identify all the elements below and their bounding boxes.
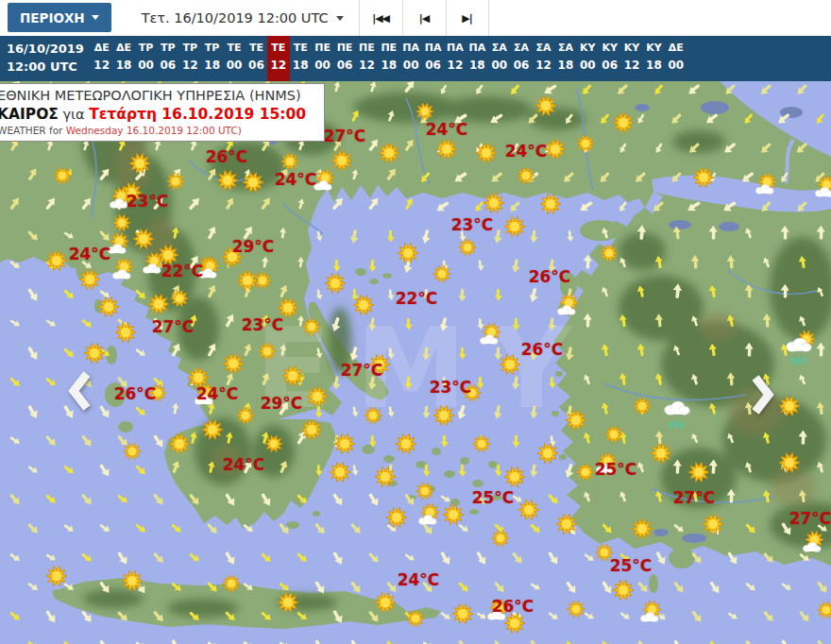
- datetime-dropdown-button[interactable]: Τετ. 16/10/2019 12:00 UTC: [127, 0, 359, 36]
- timeline-step[interactable]: ΤΕ18: [290, 36, 312, 81]
- temperature-labels: 27°C24°C24°C26°C24°C23°C23°C24°C29°C22°C…: [0, 81, 831, 644]
- timeline-step[interactable]: ΠΑ18: [466, 36, 488, 81]
- temperature-label: 24°C: [69, 245, 111, 263]
- datetime-label: Τετ. 16/10/2019 12:00 UTC: [142, 10, 329, 25]
- caret-down-icon: [336, 16, 344, 21]
- timeline-step[interactable]: ΤΕ12: [267, 36, 289, 81]
- timeline-step[interactable]: ΔΕ18: [112, 36, 134, 81]
- toolbar: ΠΕΡΙΟΧΗ Τετ. 16/10/2019 12:00 UTC |◀◀ |◀…: [0, 0, 831, 36]
- temperature-label: 25°C: [472, 488, 515, 507]
- timeline-step[interactable]: ΠΕ00: [312, 36, 333, 81]
- weather-app: ΠΕΡΙΟΧΗ Τετ. 16/10/2019 12:00 UTC |◀◀ |◀…: [0, 0, 831, 644]
- temperature-label: 24°C: [505, 142, 548, 161]
- timeline-step[interactable]: ΤΡ00: [135, 36, 157, 81]
- timeline-step[interactable]: ΠΑ12: [444, 36, 466, 81]
- pan-right-button[interactable]: [748, 374, 776, 419]
- timeline-step[interactable]: ΔΕ00: [665, 36, 687, 81]
- skip-to-start-icon: |◀◀: [372, 12, 389, 25]
- timeline-time: 12:00 UTC: [7, 58, 91, 76]
- temperature-label: 27°C: [789, 509, 831, 528]
- pan-left-button[interactable]: [66, 370, 94, 415]
- timeline-step[interactable]: ΠΑ06: [422, 36, 444, 81]
- temperature-label: 26°C: [529, 267, 571, 286]
- timeline-step[interactable]: ΔΕ12: [91, 36, 112, 81]
- temperature-label: 23°C: [451, 215, 494, 234]
- region-dropdown-button[interactable]: ΠΕΡΙΟΧΗ: [8, 3, 111, 32]
- caret-down-icon: [92, 15, 99, 20]
- timeline-step[interactable]: ΠΕ12: [356, 36, 378, 81]
- temperature-label: 24°C: [196, 384, 239, 403]
- timeline-date: 16/10/2019: [7, 40, 91, 58]
- timeline-step[interactable]: ΚΥ18: [643, 36, 665, 81]
- timeline-current-datetime: 16/10/2019 12:00 UTC: [0, 36, 91, 81]
- timeline-step[interactable]: ΣΑ18: [554, 36, 576, 81]
- timeline-step[interactable]: ΤΡ06: [157, 36, 178, 81]
- timeline-step[interactable]: ΤΡ18: [201, 36, 223, 81]
- forecast-info-box: ΕΘΝΙΚΗ ΜΕΤΕΩΡΟΛΟΓΙΚΗ ΥΠΗΡΕΣΙΑ (HNMS) ΚΑΙ…: [0, 83, 325, 142]
- step-back-icon: |◀: [419, 12, 429, 25]
- timeline-step[interactable]: ΚΥ12: [620, 36, 642, 81]
- weather-map[interactable]: ΕΜΥ 27°C24°C24°C26°C24°C23°C23°C24°C29°C…: [0, 81, 831, 644]
- timeline-steps: ΔΕ12ΔΕ18ΤΡ00ΤΡ06ΤΡ12ΤΡ18ΤΕ00ΤΕ06ΤΕ12ΤΕ18…: [91, 36, 687, 81]
- skip-to-start-button[interactable]: |◀◀: [359, 0, 402, 36]
- temperature-label: 26°C: [492, 597, 534, 616]
- temperature-label: 25°C: [595, 460, 637, 479]
- temperature-label: 27°C: [341, 361, 383, 380]
- temperature-label: 24°C: [275, 170, 317, 189]
- chevron-left-icon: [66, 370, 94, 412]
- timeline-step[interactable]: ΚΥ06: [599, 36, 620, 81]
- timeline-step[interactable]: ΚΥ00: [577, 36, 599, 81]
- temperature-label: 26°C: [206, 147, 248, 166]
- region-dropdown-label: ΠΕΡΙΟΧΗ: [20, 10, 85, 25]
- timeline-step[interactable]: ΤΕ06: [246, 36, 267, 81]
- temperature-label: 23°C: [430, 378, 472, 397]
- timeline-step[interactable]: ΠΕ06: [333, 36, 355, 81]
- step-forward-button[interactable]: ▶|: [446, 0, 489, 36]
- temperature-label: 29°C: [261, 394, 303, 413]
- temperature-label: 23°C: [242, 315, 284, 334]
- temperature-label: 24°C: [426, 120, 468, 139]
- forecast-subtitle: WEATHER for Wednesday 16.10.2019 12:00 U…: [0, 124, 314, 137]
- timeline-step[interactable]: ΤΕ00: [223, 36, 245, 81]
- temperature-label: 27°C: [673, 488, 716, 507]
- chevron-right-icon: [748, 374, 776, 415]
- temperature-label: 22°C: [161, 262, 204, 280]
- timeline-step[interactable]: ΤΡ12: [179, 36, 201, 81]
- timeline-step[interactable]: ΣΑ00: [488, 36, 510, 81]
- timeline-step[interactable]: ΣΑ12: [533, 36, 554, 81]
- timeline-bar: 16/10/2019 12:00 UTC ΔΕ12ΔΕ18ΤΡ00ΤΡ06ΤΡ1…: [0, 36, 831, 81]
- temperature-label: 27°C: [324, 127, 366, 145]
- timeline-step[interactable]: ΠΑ00: [399, 36, 421, 81]
- timeline-step[interactable]: ΣΑ06: [510, 36, 532, 81]
- temperature-label: 26°C: [521, 340, 564, 359]
- agency-title: ΕΘΝΙΚΗ ΜΕΤΕΩΡΟΛΟΓΙΚΗ ΥΠΗΡΕΣΙΑ (HNMS): [0, 87, 314, 105]
- timeline-step[interactable]: ΠΕ18: [378, 36, 399, 81]
- temperature-label: 24°C: [223, 455, 265, 474]
- temperature-label: 22°C: [396, 289, 438, 308]
- step-forward-icon: ▶|: [462, 12, 471, 25]
- temperature-label: 27°C: [152, 317, 195, 336]
- temperature-label: 26°C: [114, 384, 157, 403]
- temperature-label: 24°C: [398, 570, 440, 589]
- temperature-label: 25°C: [610, 556, 653, 575]
- step-back-button[interactable]: |◀: [402, 0, 446, 36]
- forecast-title: ΚΑΙΡΟΣ για Τετάρτη 16.10.2019 15:00: [0, 105, 314, 124]
- temperature-label: 23°C: [127, 192, 169, 211]
- temperature-label: 29°C: [232, 237, 275, 256]
